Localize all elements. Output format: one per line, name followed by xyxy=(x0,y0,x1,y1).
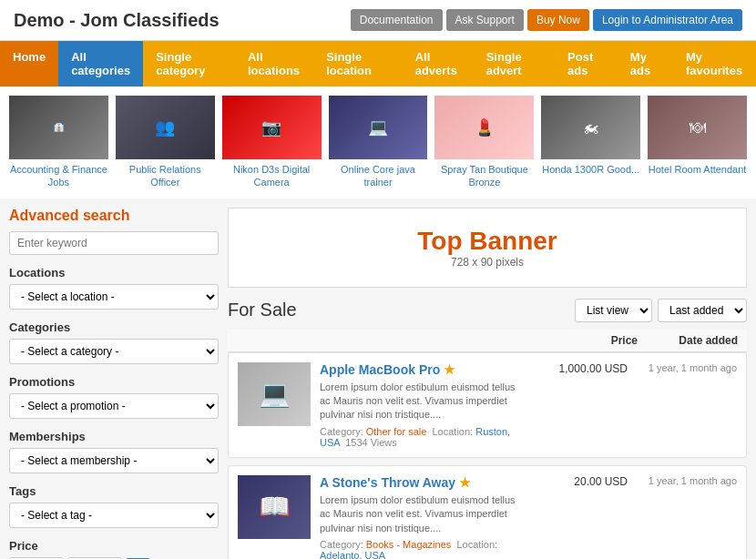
featured-item-3[interactable]: 💻 Online Core java trainer xyxy=(329,96,428,189)
locations-filter: Locations - Select a location - xyxy=(9,266,219,310)
documentation-button[interactable]: Documentation xyxy=(351,9,443,31)
nav: Home All categories Single category All … xyxy=(0,41,756,86)
table-header: Price Date added xyxy=(228,330,747,352)
item-title-0[interactable]: Apple MacBook Pro ★ xyxy=(320,362,518,377)
nav-my-ads[interactable]: My ads xyxy=(618,41,673,86)
tag-select[interactable]: - Select a tag - xyxy=(9,503,219,528)
listing-controls: List view Last added xyxy=(575,299,747,322)
buy-now-button[interactable]: Buy Now xyxy=(527,9,589,31)
nav-post-ads[interactable]: Post ads xyxy=(555,41,618,86)
item-desc-1: Lorem ipsum dolor estibulum euismod tell… xyxy=(320,493,518,535)
item-category-1[interactable]: Books - Magazines xyxy=(366,539,452,550)
featured-label-1: Public Relations Officer xyxy=(116,163,215,189)
featured-section: 👔 Accounting & Finance Jobs 👥 Public Rel… xyxy=(0,86,756,198)
item-meta-0: Category: Other for sale Location: Rusto… xyxy=(320,426,518,448)
featured-item-2[interactable]: 📷 Nikon D3s Digital Camera xyxy=(222,96,322,189)
nav-all-locations[interactable]: All locations xyxy=(235,41,313,86)
search-input[interactable] xyxy=(9,231,219,255)
categories-filter: Categories - Select a category - xyxy=(9,320,219,364)
content-area: Top Banner 728 x 90 pixels For Sale List… xyxy=(228,208,747,559)
site-title: Demo - Jom Classifieds xyxy=(14,10,220,31)
nav-single-advert[interactable]: Single advert xyxy=(474,41,555,86)
item-image-0: 💻 xyxy=(238,362,311,426)
locations-label: Locations xyxy=(9,266,219,280)
col-price-header: Price xyxy=(537,334,638,347)
ask-support-button[interactable]: Ask Support xyxy=(446,9,524,31)
item-category-0[interactable]: Other for sale xyxy=(366,426,427,437)
item-body-1: A Stone's Throw Away ★ Lorem ipsum dolor… xyxy=(320,475,518,559)
nav-single-location[interactable]: Single location xyxy=(313,41,403,86)
featured-item-4[interactable]: 💄 Spray Tan Boutique Bronze xyxy=(434,96,534,189)
login-admin-button[interactable]: Login to Administrator Area xyxy=(593,9,742,31)
promotions-label: Promotions xyxy=(9,375,219,389)
nav-home[interactable]: Home xyxy=(0,41,58,86)
featured-item-0[interactable]: 👔 Accounting & Finance Jobs xyxy=(9,96,108,189)
header: Demo - Jom Classifieds Documentation Ask… xyxy=(0,0,756,41)
promotion-select[interactable]: - Select a promotion - xyxy=(9,393,219,419)
item-views-0: 1534 Views xyxy=(345,437,397,448)
promotions-filter: Promotions - Select a promotion - xyxy=(9,375,219,419)
categories-label: Categories xyxy=(9,320,219,334)
item-location-1[interactable]: Adelanto, USA xyxy=(320,550,385,559)
nav-single-category[interactable]: Single category xyxy=(143,41,235,86)
item-title-1[interactable]: A Stone's Throw Away ★ xyxy=(320,475,518,490)
col-date-header: Date added xyxy=(638,334,738,347)
nav-all-categories[interactable]: All categories xyxy=(58,41,143,86)
featured-label-5: Honda 1300R Good... xyxy=(541,163,640,176)
item-body-0: Apple MacBook Pro ★ Lorem ipsum dolor es… xyxy=(320,362,518,448)
star-icon-1: ★ xyxy=(459,475,471,490)
sidebar: Advanced search Locations - Select a loc… xyxy=(9,208,219,559)
view-select[interactable]: List view xyxy=(575,299,652,322)
item-date-1: 1 year, 1 month ago xyxy=(637,475,737,559)
price-label: Price xyxy=(9,539,219,553)
memberships-label: Memberships xyxy=(9,430,219,443)
nav-my-favourites[interactable]: My favourites xyxy=(673,41,756,86)
tags-filter: Tags - Select a tag - xyxy=(9,484,219,528)
listing-header: For Sale List view Last added xyxy=(228,299,747,322)
listing-item-0: 💻 Apple MacBook Pro ★ Lorem ipsum dolor … xyxy=(228,352,747,458)
featured-label-3: Online Core java trainer xyxy=(329,163,428,189)
header-buttons: Documentation Ask Support Buy Now Login … xyxy=(351,9,742,31)
featured-label-4: Spray Tan Boutique Bronze xyxy=(434,163,534,189)
banner-title: Top Banner xyxy=(247,227,728,256)
item-image-1: 📖 xyxy=(238,475,311,539)
sort-select[interactable]: Last added xyxy=(658,299,747,322)
banner-subtitle: 728 x 90 pixels xyxy=(247,256,728,269)
memberships-filter: Memberships - Select a membership - xyxy=(9,430,219,473)
listing-title: For Sale xyxy=(228,300,297,320)
location-select[interactable]: - Select a location - xyxy=(9,284,219,310)
item-desc-0: Lorem ipsum dolor estibulum euismod tell… xyxy=(320,381,518,422)
featured-label-6: Hotel Room Attendant xyxy=(648,163,747,176)
item-price-0: 1,000.00 USD xyxy=(527,362,628,448)
item-price-1: 20.00 USD xyxy=(527,475,628,559)
advanced-search-title: Advanced search xyxy=(9,208,219,224)
top-banner: Top Banner 728 x 90 pixels xyxy=(228,208,747,288)
membership-select[interactable]: - Select a membership - xyxy=(9,448,219,473)
featured-label-2: Nikon D3s Digital Camera xyxy=(222,163,322,189)
featured-label-0: Accounting & Finance Jobs xyxy=(9,163,108,189)
main-layout: Advanced search Locations - Select a loc… xyxy=(0,198,756,559)
tags-label: Tags xyxy=(9,484,219,498)
item-meta-1: Category: Books - Magazines Location: Ad… xyxy=(320,539,518,559)
item-date-0: 1 year, 1 month ago xyxy=(637,362,737,448)
featured-item-1[interactable]: 👥 Public Relations Officer xyxy=(116,96,215,189)
nav-all-adverts[interactable]: All adverts xyxy=(403,41,474,86)
star-icon-0: ★ xyxy=(444,362,455,377)
listing-item-1: 📖 A Stone's Throw Away ★ Lorem ipsum dol… xyxy=(228,465,747,559)
featured-item-5[interactable]: 🏍 Honda 1300R Good... xyxy=(541,96,640,189)
price-filter: Price → xyxy=(9,539,219,559)
category-select[interactable]: - Select a category - xyxy=(9,339,219,364)
featured-item-6[interactable]: 🍽 Hotel Room Attendant xyxy=(648,96,747,189)
